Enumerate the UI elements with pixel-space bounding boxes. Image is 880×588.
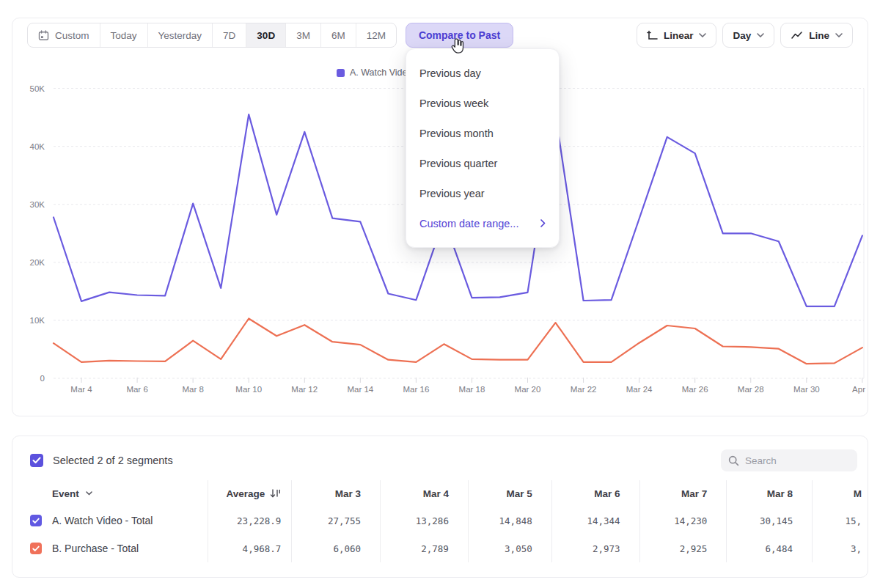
column-header-mar-3: Mar 3	[292, 480, 381, 507]
search-box	[721, 449, 857, 471]
row-checkbox[interactable]	[30, 515, 42, 526]
column-header-mar-8: Mar 8	[727, 480, 813, 507]
segments-table: EventAverageMar 3Mar 4Mar 5Mar 6Mar 7Mar…	[12, 480, 868, 562]
range-yesterday[interactable]: Yesterday	[148, 23, 213, 47]
value-cell: 2,789	[381, 534, 469, 562]
y-axis-tick-label: 10K	[30, 316, 45, 325]
chevron-down-icon	[86, 491, 92, 496]
x-axis-tick-label: Mar 30	[793, 385, 820, 394]
range-today[interactable]: Today	[100, 23, 148, 47]
value-cell: 14,848	[469, 507, 552, 534]
column-header-mar-4: Mar 4	[381, 480, 469, 507]
x-axis-tick-label: Mar 14	[347, 385, 373, 394]
x-axis-tick-label: Mar 22	[571, 385, 597, 394]
x-axis-tick-label: Mar 10	[235, 385, 262, 394]
value-cell: 27,755	[292, 507, 381, 534]
value-cell: 3,050	[469, 534, 552, 562]
range-label: 7D	[223, 30, 235, 41]
menu-item-previous-quarter[interactable]: Previous quarter	[406, 148, 559, 178]
column-header-average[interactable]: Average	[208, 480, 293, 507]
search-icon	[728, 455, 739, 466]
x-axis-tick-label: Mar 28	[738, 385, 764, 394]
value-cell: 14,230	[640, 507, 727, 534]
menu-item-previous-week[interactable]: Previous week	[406, 88, 559, 118]
event-cell: A. Watch Video - Total	[12, 507, 208, 534]
x-axis-tick-label: Mar 24	[626, 385, 653, 394]
x-axis-tick-label: Mar 4	[70, 385, 92, 394]
column-header-label: Mar 6	[594, 488, 620, 499]
linear-axis-icon	[647, 30, 658, 40]
select-all-checkbox[interactable]	[30, 454, 43, 467]
segments-bar: Selected 2 of 2 segments	[12, 436, 868, 474]
menu-item-previous-year[interactable]: Previous year	[406, 178, 559, 208]
value-cell: 3,	[813, 534, 868, 562]
column-header-label: Average	[227, 488, 265, 499]
column-header-label: Mar 8	[767, 488, 793, 499]
chart-options-group: Linear Day Line	[637, 23, 853, 48]
range-label: Yesterday	[158, 30, 202, 41]
x-axis-tick-label: Apr 1	[852, 385, 868, 394]
y-axis-tick-label: 50K	[30, 84, 45, 93]
event-label: A. Watch Video - Total	[52, 515, 153, 526]
date-range-control: CustomTodayYesterday7D30D3M6M12M	[27, 23, 397, 48]
range-6m[interactable]: 6M	[321, 23, 356, 47]
column-header-label: Mar 4	[423, 488, 449, 499]
series-line	[54, 319, 862, 364]
range-3m[interactable]: 3M	[286, 23, 321, 47]
range-7d[interactable]: 7D	[213, 23, 246, 47]
row-checkbox[interactable]	[30, 543, 42, 554]
range-label: 6M	[331, 30, 345, 41]
compare-menu: Previous dayPrevious weekPrevious monthP…	[406, 48, 560, 248]
x-axis-tick-label: Mar 16	[403, 385, 429, 394]
column-header-label: Mar 7	[681, 488, 707, 499]
menu-item-custom-date-range[interactable]: Custom date range...	[406, 208, 559, 238]
table-row: A. Watch Video - Total23,228.927,75513,2…	[12, 507, 868, 534]
value-cell: 13,286	[381, 507, 469, 534]
calendar-icon	[38, 30, 49, 41]
table-header-row: EventAverageMar 3Mar 4Mar 5Mar 6Mar 7Mar…	[12, 480, 868, 507]
x-axis-tick-label: Mar 12	[291, 385, 318, 394]
column-header-mar-6: Mar 6	[552, 480, 640, 507]
chevron-down-icon	[835, 33, 843, 37]
scale-button[interactable]: Linear	[637, 23, 717, 48]
column-header-mar-7: Mar 7	[640, 480, 727, 507]
value-cell: 4,968.7	[208, 534, 293, 562]
range-label: 30D	[257, 30, 275, 41]
sort-descending-icon	[270, 489, 281, 498]
chart-toolbar: CustomTodayYesterday7D30D3M6M12M Compare…	[27, 23, 853, 48]
custom-date-range-label: Custom date range...	[419, 218, 518, 229]
chevron-down-icon	[757, 33, 764, 37]
table-panel: Selected 2 of 2 segments EventAverageMar…	[12, 436, 868, 578]
range-label: Today	[111, 30, 137, 41]
range-30d[interactable]: 30D	[246, 23, 286, 47]
scale-label: Linear	[664, 30, 694, 41]
y-axis-tick-label: 20K	[30, 258, 45, 267]
event-label: B. Purchase - Total	[52, 543, 139, 554]
column-header-mar-5: Mar 5	[469, 480, 552, 507]
y-axis-tick-label: 40K	[30, 142, 45, 151]
x-axis-tick-label: Mar 20	[515, 385, 541, 394]
selected-count-label: Selected 2 of 2 segments	[53, 455, 173, 466]
interval-button[interactable]: Day	[722, 23, 774, 48]
value-cell: 6,484	[727, 534, 813, 562]
value-cell: 23,228.9	[208, 507, 293, 534]
y-axis-tick-label: 30K	[30, 200, 45, 209]
x-axis-tick-label: Mar 8	[182, 385, 203, 394]
search-input[interactable]	[745, 455, 848, 466]
chart-type-button[interactable]: Line	[780, 23, 853, 48]
column-header-event[interactable]: Event	[12, 480, 208, 507]
range-12m[interactable]: 12M	[356, 23, 396, 47]
range-custom[interactable]: Custom	[28, 23, 100, 47]
interval-label: Day	[733, 30, 751, 41]
x-axis-tick-label: Mar 26	[682, 385, 708, 394]
line-chart-icon	[791, 30, 803, 40]
chart-type-label: Line	[809, 30, 829, 41]
compare-to-past-button[interactable]: Compare to Past	[406, 23, 513, 48]
x-axis-tick-label: Mar 6	[126, 385, 147, 394]
value-cell: 2,925	[640, 534, 727, 562]
menu-item-previous-day[interactable]: Previous day	[406, 58, 559, 88]
legend-swatch	[337, 69, 345, 77]
chevron-down-icon	[699, 33, 706, 37]
column-header-label: Event	[52, 488, 79, 499]
menu-item-previous-month[interactable]: Previous month	[406, 118, 559, 148]
